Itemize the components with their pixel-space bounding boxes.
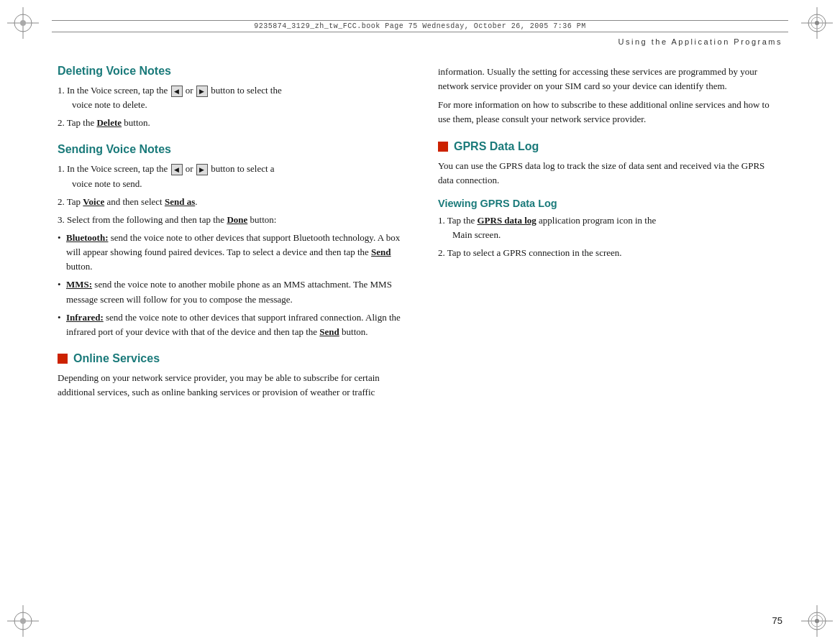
online-services-body: Depending on your network service provid… <box>58 371 402 400</box>
next-button-2-icon: ▶ <box>196 164 208 175</box>
delete-step-1-indent: voice note to delete. <box>58 98 402 112</box>
delete-term: Delete <box>96 117 122 128</box>
bullet-infrared: Infrared: send the voice note to other d… <box>58 310 402 339</box>
gprs-heading-container: GPRS Data Log <box>438 140 782 153</box>
header-bar: 9235874_3129_zh_tw_FCC.book Page 75 Wedn… <box>52 20 788 32</box>
content-area: Deleting Voice Notes 1. In the Voice scr… <box>58 65 782 601</box>
prev-button-icon: ◀ <box>171 86 183 97</box>
heading-online-services: Online Services <box>73 352 160 365</box>
gprs-data-log-term: GPRS data log <box>477 215 536 226</box>
send-step-1-indent: voice note to send. <box>58 177 402 191</box>
next-button-icon: ▶ <box>196 86 208 97</box>
red-square-online <box>58 354 68 364</box>
corner-mark-tr <box>801 7 833 39</box>
delete-step-2: 2. Tap the Delete button. <box>58 116 402 130</box>
left-column: Deleting Voice Notes 1. In the Voice scr… <box>58 65 409 601</box>
svg-point-8 <box>815 21 819 25</box>
heading-deleting-voice-notes: Deleting Voice Notes <box>58 65 402 78</box>
file-info: 9235874_3129_zh_tw_FCC.book Page 75 Wedn… <box>254 22 586 30</box>
continuation-text: information. Usually the setting for acc… <box>438 65 782 93</box>
voice-term: Voice <box>83 196 104 207</box>
infrared-term: Infrared: <box>66 312 104 323</box>
running-header: Using the Application Programs <box>618 37 782 46</box>
send-step-1: 1. In the Voice screen, tap the ◀ or ▶ b… <box>58 162 402 190</box>
bullet-mms: MMS: send the voice note to another mobi… <box>58 277 402 306</box>
gprs-step-1-indent: Main screen. <box>438 228 782 242</box>
red-square-gprs <box>438 142 448 152</box>
corner-mark-tl <box>7 7 39 39</box>
page-number: 75 <box>772 615 782 626</box>
bluetooth-term: Bluetooth: <box>66 232 109 243</box>
corner-mark-bl <box>7 605 39 637</box>
svg-point-17 <box>815 619 819 623</box>
online-services-heading-container: Online Services <box>58 352 402 365</box>
send-term-ir: Send <box>319 326 339 337</box>
right-column: information. Usually the setting for acc… <box>431 65 782 601</box>
heading-sending-voice-notes: Sending Voice Notes <box>58 143 402 156</box>
heading-gprs-data-log: GPRS Data Log <box>454 140 539 153</box>
delete-step-1: 1. In the Voice screen, tap the ◀ or ▶ b… <box>58 83 402 112</box>
gprs-step-1: 1. Tap the GPRS data log application pro… <box>438 213 782 242</box>
done-term: Done <box>227 214 247 225</box>
heading-viewing-gprs: Viewing GPRS Data Log <box>438 198 782 209</box>
gprs-body: You can use the GPRS data log to track t… <box>438 159 782 188</box>
mms-term: MMS: <box>66 279 92 290</box>
send-as-term: Send as <box>165 196 195 207</box>
page-container: 9235874_3129_zh_tw_FCC.book Page 75 Wedn… <box>0 0 840 644</box>
bullet-bluetooth: Bluetooth: send the voice note to other … <box>58 231 402 274</box>
send-step-3: 3. Select from the following and then ta… <box>58 213 402 227</box>
para2-text: For more information on how to subscribe… <box>438 98 782 126</box>
svg-point-3 <box>20 20 26 26</box>
prev-button-2-icon: ◀ <box>171 164 183 175</box>
send-term-bt: Send <box>371 247 391 257</box>
corner-mark-br <box>801 605 833 637</box>
svg-point-12 <box>20 618 26 624</box>
send-step-2: 2. Tap Voice and then select Send as. <box>58 195 402 209</box>
gprs-step-2: 2. Tap to select a GPRS connection in th… <box>438 246 782 260</box>
